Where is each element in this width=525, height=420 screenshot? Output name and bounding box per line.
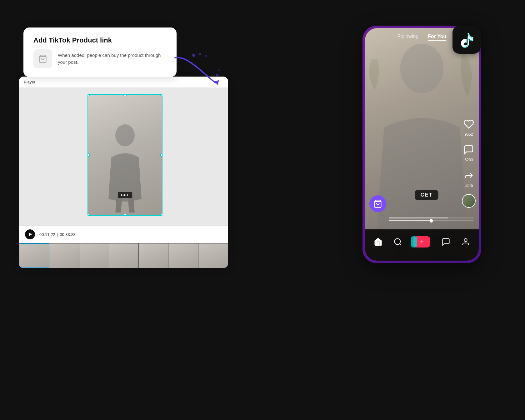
share-icon [462, 168, 476, 182]
filmstrip-frame-7[interactable] [198, 243, 228, 268]
avatar-action[interactable] [462, 194, 476, 208]
create-nav[interactable] [413, 236, 430, 248]
profile-nav[interactable] [461, 238, 470, 246]
progress-thumb[interactable] [430, 219, 433, 222]
filmstrip-frame-5[interactable] [139, 243, 168, 268]
get-badge-editor: GET [118, 192, 132, 198]
editor-video-clip[interactable]: GET [88, 94, 162, 216]
handle-top-left[interactable] [88, 94, 90, 96]
share-count: 5245 [465, 183, 473, 188]
phone-bottom-nav [365, 229, 479, 261]
svg-point-7 [115, 124, 135, 147]
editor-panel: Player GET [19, 77, 228, 268]
comment-action[interactable]: 6283 [462, 143, 476, 162]
svg-point-6 [218, 69, 220, 71]
shop-button[interactable] [369, 195, 386, 212]
svg-point-10 [395, 239, 401, 245]
phone-actions: 9652 6283 [462, 117, 476, 208]
time-display: 00:11:22 | 00:33:28 [39, 232, 76, 237]
total-time: 00:33:28 [60, 232, 76, 237]
product-link-icon [33, 49, 52, 68]
filmstrip-frame-3[interactable] [79, 243, 109, 268]
svg-point-4 [205, 55, 207, 57]
play-button[interactable] [25, 229, 35, 239]
handle-bottom-middle[interactable] [123, 214, 127, 216]
search-nav[interactable] [393, 238, 402, 246]
product-link-description: When added, people can buy the product t… [58, 52, 167, 66]
filmstrip-frame-2[interactable] [49, 243, 79, 268]
like-count: 9652 [465, 132, 473, 137]
progress-line1 [389, 218, 474, 218]
plus-button[interactable] [413, 236, 430, 248]
progress-fill1 [389, 218, 448, 218]
handle-bottom-left[interactable] [88, 214, 90, 216]
editor-canvas: GET [19, 88, 228, 225]
current-time: 00:11:22 [39, 232, 55, 237]
inbox-nav[interactable] [442, 238, 450, 246]
tiktok-logo [452, 26, 481, 54]
progress-line2[interactable] [389, 220, 474, 221]
handle-top-middle[interactable] [123, 94, 127, 96]
nav-following[interactable]: Following [398, 34, 419, 41]
avatar [462, 194, 476, 208]
home-nav[interactable] [374, 238, 382, 246]
svg-point-2 [192, 54, 195, 57]
progress-fill2 [389, 220, 431, 221]
filmstrip[interactable] [19, 243, 228, 268]
tiktok-icon [458, 31, 476, 49]
phone-progress-area[interactable] [389, 218, 474, 223]
filmstrip-frame-6[interactable] [168, 243, 198, 268]
handle-middle-right[interactable] [160, 153, 162, 157]
product-link-card: Add TikTok Product link When added, peop… [23, 28, 177, 77]
svg-point-5 [216, 74, 218, 76]
svg-point-8 [400, 44, 444, 93]
person-silhouette-editor [100, 122, 150, 215]
like-action[interactable]: 9652 [462, 117, 476, 137]
svg-point-3 [199, 53, 201, 55]
handle-bottom-right[interactable] [160, 214, 162, 216]
arrow-decoration: .arrow-path { fill: none; stroke: #5b3be… [169, 52, 225, 92]
scene: Add TikTok Product link When added, peop… [0, 0, 525, 420]
product-link-body: When added, people can buy the product t… [33, 49, 167, 68]
comment-count: 6283 [465, 158, 473, 162]
like-icon [462, 117, 476, 131]
time-separator: | [57, 232, 59, 237]
phone-mockup: Following For You 9652 [362, 26, 481, 263]
share-action[interactable]: 5245 [462, 168, 476, 188]
filmstrip-frame-1[interactable] [19, 243, 49, 268]
editor-controls: 00:11:22 | 00:33:28 [19, 225, 228, 243]
nav-for-you[interactable]: For You [428, 34, 446, 41]
handle-middle-left[interactable] [88, 153, 90, 157]
phone-screen: Following For You 9652 [365, 28, 479, 261]
shopping-bag-icon [38, 54, 47, 63]
svg-line-11 [400, 243, 401, 245]
get-badge-phone: GET [415, 190, 438, 200]
comment-icon [462, 143, 476, 157]
handle-top-right[interactable] [160, 94, 162, 96]
product-link-title: Add TikTok Product link [33, 36, 167, 44]
filmstrip-frame-4[interactable] [109, 243, 139, 268]
svg-point-12 [464, 239, 467, 242]
